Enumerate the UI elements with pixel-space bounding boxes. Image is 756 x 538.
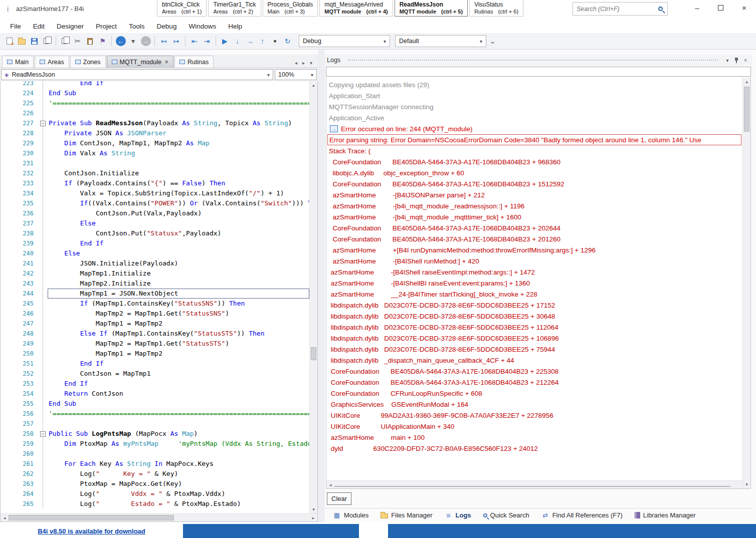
cut-button[interactable]: ✂ [71, 35, 84, 48]
clear-logs-button[interactable]: Clear [327, 492, 351, 505]
scroll-up-icon[interactable]: ▴ [310, 81, 318, 89]
fold-collapse-icon[interactable]: − [40, 121, 46, 126]
fold-collapse-icon[interactable]: − [40, 431, 46, 437]
panel-drag-grip[interactable] [347, 59, 719, 62]
step-out-button[interactable]: ↑ [256, 35, 269, 48]
fold-margin [39, 148, 48, 158]
tab-scroll-left-icon[interactable]: ◂ [292, 60, 300, 66]
previous-tab-button[interactable]: ↤ [157, 35, 170, 48]
paste-button[interactable] [84, 35, 96, 48]
deploy-profile-select[interactable]: Default ▾ [395, 35, 486, 47]
menu-item-designer[interactable]: Designer [51, 21, 90, 32]
new-file-button[interactable] [3, 35, 16, 48]
restart-button[interactable]: ↻ [281, 35, 294, 48]
copy-button[interactable] [59, 35, 71, 48]
quick-tab-shortcut: (ctrl + 4) [366, 9, 388, 15]
editor-vertical-scrollbar[interactable]: ▴ ▾ [309, 81, 317, 513]
quick-tab-mqtt-messagearrived[interactable]: mqtt_MessageArrivedMQTT module(ctrl + 4) [319, 0, 393, 17]
step-over-button[interactable]: → [244, 35, 256, 48]
scroll-down-icon[interactable]: ▾ [743, 480, 751, 488]
doc-tab-zones[interactable]: Zones [70, 56, 106, 68]
next-tab-button[interactable]: ↦ [170, 35, 182, 48]
menu-item-file[interactable]: File [4, 21, 27, 32]
toolbar-overflow-icon[interactable]: ⌄ [486, 35, 499, 48]
menu-item-edit[interactable]: Edit [27, 21, 51, 32]
scrollbar-thumb[interactable] [311, 347, 316, 360]
panel-close-icon[interactable]: × [741, 56, 750, 64]
method-selector[interactable]: ◈ ReadMessJson ▾ [1, 69, 273, 80]
scroll-down-icon[interactable]: ▾ [310, 505, 318, 513]
open-project-button[interactable] [16, 35, 28, 48]
log-text: CoreFoundation BE405D8A-5464-37A3-A17E-1… [329, 158, 560, 166]
logs-filter-input[interactable] [326, 67, 750, 76]
bottom-tab-logs[interactable]: Logs [439, 509, 477, 521]
scrollbar-track[interactable] [9, 514, 309, 521]
scrollbar-thumb[interactable] [9, 515, 174, 520]
bookmark-button[interactable]: ⚑ [96, 35, 109, 48]
quick-tab-process-globals[interactable]: Process_GlobalsMain(ctrl + 3) [263, 0, 318, 17]
scroll-left-icon[interactable]: ◂ [326, 481, 334, 489]
scrollbar-track[interactable] [743, 86, 750, 480]
quick-tab-visustatus[interactable]: VisuStatusRutinas(ctrl + 6) [469, 0, 523, 17]
save-all-button[interactable] [41, 35, 53, 48]
maximize-button[interactable] [709, 0, 732, 16]
scroll-up-icon[interactable]: ▴ [743, 78, 751, 86]
run-button[interactable]: ▶ [219, 35, 231, 48]
logs-output[interactable]: Copying updated assets files (29)Applica… [326, 78, 750, 480]
bottom-tab-modules[interactable]: Modules [327, 509, 374, 521]
line-number: 248 [1, 329, 39, 339]
editor-horizontal-scrollbar[interactable]: ◂ ▸ [1, 513, 317, 521]
menu-item-windows[interactable]: Windows [182, 21, 222, 32]
bottom-tab-libraries-manager[interactable]: Libraries Manager [629, 509, 702, 521]
doc-tab-mqtt-module[interactable]: MQTT_module× [107, 56, 173, 68]
tab-list-icon[interactable]: ▾ [307, 60, 315, 66]
menu-item-tools[interactable]: Tools [123, 21, 151, 32]
bottom-tab-find-all-references-f7[interactable]: Find All References (F7) [535, 509, 629, 521]
panel-menu-icon[interactable]: ▾ [723, 56, 732, 64]
quick-tab-btnclick-click[interactable]: btnClick_ClickAreas(ctrl + 1) [157, 0, 207, 17]
quick-tab-timergar1-tick[interactable]: TimerGar1_TickAreas(ctrl + 2) [208, 0, 261, 17]
search-icon[interactable] [658, 7, 663, 11]
code-editor[interactable]: 223 End If224End Sub225'================… [1, 81, 309, 513]
step-into-button[interactable]: ↓ [231, 35, 244, 48]
outdent-button[interactable]: ⇤ [188, 35, 201, 48]
zoom-selector[interactable]: 100% ▾ [275, 69, 317, 80]
menu-item-project[interactable]: Project [90, 21, 123, 32]
quick-tab-readmessjson[interactable]: ReadMessJsonMQTT module(ctrl + 5) [395, 0, 468, 17]
stop-button[interactable]: ■ [269, 35, 281, 48]
pin-icon[interactable] [732, 56, 741, 64]
doc-tab-rutinas[interactable]: Rutinas [174, 56, 214, 68]
navigate-back-dropdown[interactable]: ▾ [127, 35, 139, 48]
build-configuration-select[interactable]: Debug ▾ [299, 35, 390, 47]
code-line: 262 Log(" Key = " & Key) [1, 469, 309, 479]
close-tab-icon[interactable]: × [165, 59, 168, 66]
line-number: 233 [1, 178, 39, 188]
search-input[interactable] [577, 6, 658, 13]
log-text: libobjc.A.dylib objc_exception_throw + 6… [329, 169, 464, 177]
log-line: GraphicsServices GSEventRunModal + 164 [327, 399, 741, 410]
scrollbar-thumb[interactable] [334, 486, 730, 487]
save-button[interactable] [28, 35, 41, 48]
doc-tab-areas[interactable]: Areas [35, 56, 69, 68]
code-line: 223 End If [1, 81, 309, 88]
logs-vertical-scrollbar[interactable]: ▴ ▾ [742, 78, 750, 488]
indent-button[interactable]: ⇥ [201, 35, 213, 48]
scrollbar-track[interactable] [310, 89, 317, 505]
navigate-back-button[interactable]: ← [114, 35, 127, 48]
menu-item-debug[interactable]: Debug [151, 21, 183, 32]
bottom-tab-quick-search[interactable]: Quick Search [477, 509, 535, 521]
logs-horizontal-scrollbar[interactable]: ◂ ▸ [326, 480, 750, 488]
menu-item-help[interactable]: Help [222, 21, 248, 32]
pane-splitter[interactable] [318, 50, 325, 522]
minimize-button[interactable]: – [685, 0, 709, 16]
scroll-right-icon[interactable]: ▸ [309, 514, 317, 522]
close-button[interactable]: × [732, 0, 756, 16]
update-download-link[interactable]: B4i v8.50 is available for download [38, 527, 145, 535]
doc-tab-main[interactable]: Main [2, 56, 34, 68]
global-search-box[interactable] [573, 2, 668, 16]
scroll-left-icon[interactable]: ◂ [1, 514, 9, 522]
bottom-tab-files-manager[interactable]: Files Manager [374, 509, 438, 521]
tab-scroll-right-icon[interactable]: ▸ [300, 60, 307, 66]
navigate-forward-button[interactable]: → [139, 35, 152, 48]
scrollbar-thumb[interactable] [744, 87, 749, 132]
